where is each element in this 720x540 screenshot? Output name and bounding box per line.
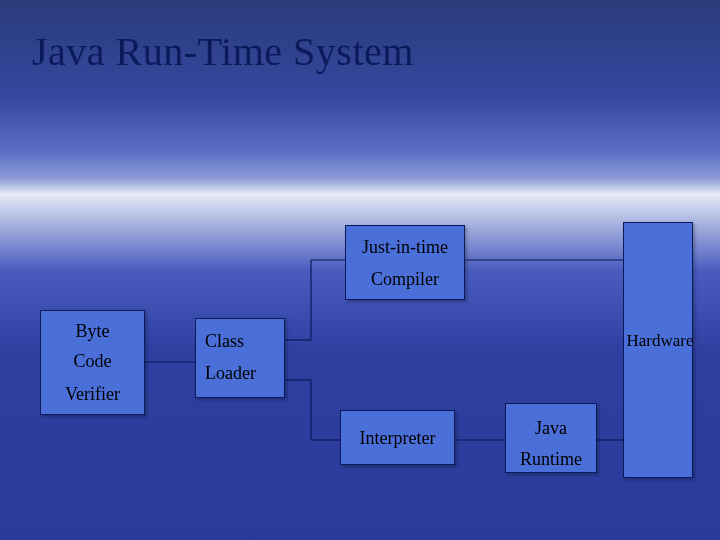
label-hardware-line1: Hardware: [615, 330, 705, 352]
label-classloader-line2: Loader: [195, 362, 285, 385]
label-jit-line2: Compiler: [345, 268, 465, 291]
label-jit-line1: Just-in-time: [345, 236, 465, 259]
label-javaruntime-line1: Java: [505, 417, 597, 440]
label-bytecode-line3: Verifier: [40, 383, 145, 406]
label-bytecode-line2: Code: [40, 350, 145, 373]
page-title: Java Run-Time System: [32, 28, 414, 75]
label-bytecode-line1: Byte: [40, 320, 145, 343]
label-classloader-line1: Class: [195, 330, 285, 353]
label-interpreter-line1: Interpreter: [340, 427, 455, 450]
label-javaruntime-line2: Runtime: [505, 448, 597, 471]
